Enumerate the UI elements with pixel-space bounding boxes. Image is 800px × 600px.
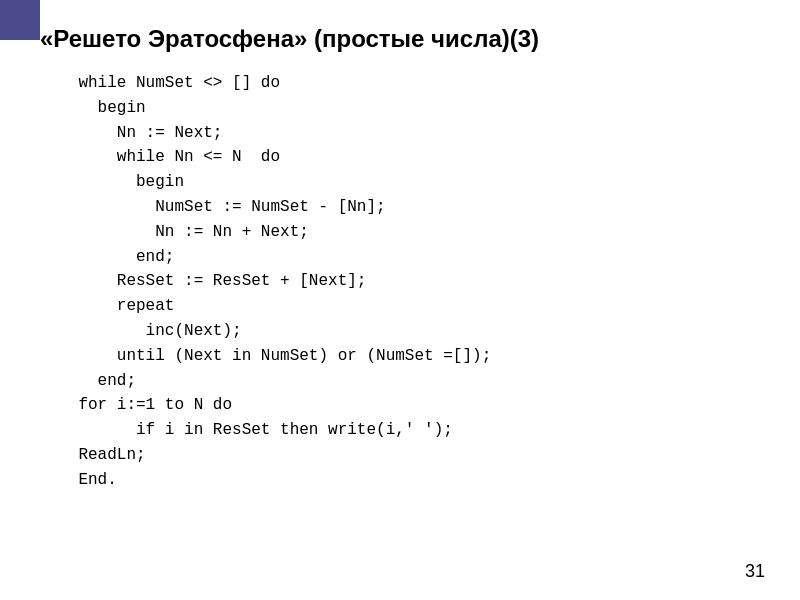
code-line-16: ReadLn; xyxy=(40,443,770,468)
code-line-8: end; xyxy=(40,245,770,270)
code-line-5: begin xyxy=(40,170,770,195)
code-line-7: Nn := Nn + Next; xyxy=(40,220,770,245)
code-line-10: repeat xyxy=(40,294,770,319)
code-line-11: inc(Next); xyxy=(40,319,770,344)
corner-accent xyxy=(0,0,40,40)
code-line-15: if i in ResSet then write(i,' '); xyxy=(40,418,770,443)
code-line-13: end; xyxy=(40,369,770,394)
slide-title: «Решето Эратосфена» (простые числа)(3) xyxy=(30,25,770,53)
code-line-12: until (Next in NumSet) or (NumSet =[]); xyxy=(40,344,770,369)
code-line-4: while Nn <= N do xyxy=(40,145,770,170)
code-line-17: End. xyxy=(40,468,770,493)
code-line-1: while NumSet <> [] do xyxy=(40,71,770,96)
slide-container: «Решето Эратосфена» (простые числа)(3) w… xyxy=(0,0,800,600)
code-line-2: begin xyxy=(40,96,770,121)
code-line-3: Nn := Next; xyxy=(40,121,770,146)
code-line-14: for i:=1 to N do xyxy=(40,393,770,418)
code-line-6: NumSet := NumSet - [Nn]; xyxy=(40,195,770,220)
page-number: 31 xyxy=(745,561,765,582)
code-line-9: ResSet := ResSet + [Next]; xyxy=(40,269,770,294)
code-block: while NumSet <> [] do begin Nn := Next; … xyxy=(30,71,770,493)
